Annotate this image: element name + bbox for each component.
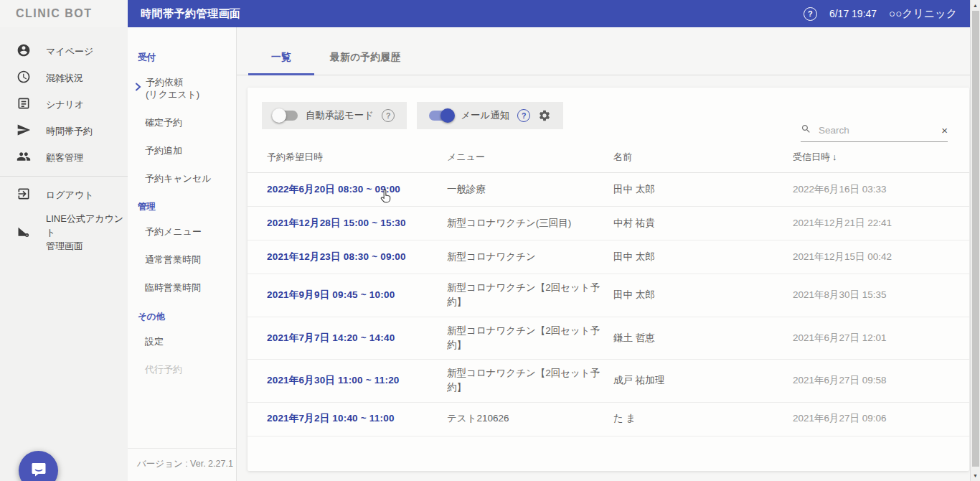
sidebar-item-timeslot-reservation[interactable]: 時間帯予約: [0, 118, 128, 144]
sub-item-cancel-reservation[interactable]: 予約キャンセル: [128, 165, 236, 193]
mail-notify-help-icon[interactable]: ?: [517, 109, 530, 122]
cell-received-datetime: 2022年6月16日 03:33: [793, 176, 962, 203]
chevron-right-icon: [135, 83, 141, 101]
sidebar-item-label: 時間帯予約: [46, 125, 93, 138]
table-row[interactable]: 2021年9月9日 09:45 ~ 10:00 新型コロナワクチン【2回セット予…: [248, 274, 969, 317]
line-manager-icon: [17, 225, 31, 241]
table-row[interactable]: 2021年12月23日 08:30 ~ 09:00 新型コロナワクチン 田中 太…: [248, 240, 969, 274]
sidebar-item-label: ログアウト: [46, 189, 94, 202]
sidebar-item-customers[interactable]: 顧客管理: [0, 144, 128, 171]
sidebar-item-label: 混雑状況: [46, 72, 83, 85]
sub-item-temporary-hours[interactable]: 臨時営業時間: [128, 274, 236, 302]
chat-widget-button[interactable]: [19, 451, 58, 481]
search-icon: [801, 123, 811, 137]
help-icon[interactable]: ?: [804, 7, 817, 21]
cell-name: 田中 太郎: [613, 281, 793, 309]
cell-received-datetime: 2021年6月27日 09:06: [793, 405, 962, 432]
sub-item-add-reservation[interactable]: 予約追加: [128, 137, 236, 165]
mail-notify-toggle[interactable]: [429, 111, 453, 121]
scroll-down-arrow-icon[interactable]: ▼: [971, 473, 980, 478]
mail-notify-chip: メール通知 ?: [417, 102, 563, 129]
cell-received-datetime: 2021年12月21日 22:41: [793, 210, 962, 237]
table-header: 予約希望日時 メニュー 名前 受信日時↓: [248, 142, 969, 173]
auto-approve-help-icon[interactable]: ?: [382, 109, 395, 122]
clinic-name[interactable]: ○○クリニック: [889, 7, 957, 21]
search-box: ×: [801, 123, 948, 142]
cell-reservation-datetime: 2021年6月30日 11:00 ~ 11:20: [267, 367, 447, 394]
sidebar-item-congestion[interactable]: 混雑状況: [0, 65, 128, 91]
scrollbar-thumb[interactable]: [972, 11, 979, 467]
table-row[interactable]: 2021年12月28日 15:00 ~ 15:30 新型コロナワクチン(三回目)…: [248, 207, 969, 240]
cell-menu: 一般診療: [447, 176, 613, 203]
app-logo: CLINIC BOT: [16, 7, 93, 20]
sidebar-item-scenario[interactable]: シナリオ: [0, 91, 128, 118]
sub-item-normal-hours[interactable]: 通常営業時間: [128, 246, 236, 274]
topbar-right: ? 6/17 19:47 ○○クリニック: [804, 7, 961, 21]
cell-name: 成戸 祐加理: [613, 367, 793, 394]
column-header-name[interactable]: 名前: [613, 151, 793, 164]
sidebar-item-label: LINE公式アカウント 管理画面: [46, 213, 128, 253]
column-header-datetime[interactable]: 予約希望日時: [267, 151, 447, 164]
auto-approve-chip: 自動承認モード ?: [262, 102, 407, 129]
cell-menu: テスト210626: [447, 405, 613, 432]
sidebar-item-label: 顧客管理: [46, 151, 83, 164]
table-row[interactable]: 2021年7月2日 10:40 ~ 11:00 テスト210626 た ま 20…: [248, 403, 969, 436]
cell-menu: 新型コロナワクチン(三回目): [447, 210, 613, 237]
search-clear-icon[interactable]: ×: [941, 125, 948, 136]
sidebar-item-label: マイページ: [46, 45, 93, 58]
auto-approve-toggle[interactable]: [274, 111, 298, 121]
cell-reservation-datetime: 2022年6月20日 08:30 ~ 09:00: [267, 176, 447, 203]
sidebar-item-label: シナリオ: [46, 98, 84, 111]
send-icon: [17, 123, 31, 139]
page-title: 時間帯予約管理画面: [141, 7, 241, 21]
cell-reservation-datetime: 2021年12月28日 15:00 ~ 15:30: [267, 210, 447, 237]
sidebar-item-line-manager[interactable]: LINE公式アカウント 管理画面: [0, 208, 128, 258]
tab-latest-history[interactable]: 最新の予約履歴: [314, 51, 416, 75]
chat-bubble-icon: [29, 459, 49, 481]
title-bar: 時間帯予約管理画面 ? 6/17 19:47 ○○クリニック: [128, 0, 970, 27]
mail-notify-label: メール通知: [461, 109, 509, 122]
scenario-icon: [17, 96, 31, 113]
sidebar-item-mypage[interactable]: マイページ: [0, 38, 128, 65]
clinic-bot-app: CLINIC BOT 時間帯予約管理画面 ? 6/17 19:47 ○○クリニッ…: [0, 0, 980, 481]
account-circle-icon: [17, 43, 31, 60]
top-bar: CLINIC BOT 時間帯予約管理画面 ? 6/17 19:47 ○○クリニッ…: [0, 0, 970, 27]
logo-box: CLINIC BOT: [0, 0, 128, 27]
column-header-received[interactable]: 受信日時↓: [793, 151, 962, 164]
cell-menu: 新型コロナワクチン【2回セット予約】: [447, 360, 613, 402]
sub-item-confirmed-reservations[interactable]: 確定予約: [128, 109, 236, 137]
sub-item-reservation-request[interactable]: 予約依頼 (リクエスト): [128, 69, 236, 109]
cell-name: 鎌土 哲恵: [613, 324, 793, 352]
reservation-panel: 自動承認モード ? メール通知 ? ×: [248, 88, 969, 471]
scroll-up-arrow-icon[interactable]: ▲: [971, 3, 980, 8]
cell-name: 田中 太郎: [613, 243, 793, 271]
vertical-scrollbar[interactable]: ▲ ▼: [970, 0, 980, 481]
table-row[interactable]: 2022年6月20日 08:30 ~ 09:00 一般診療 田中 太郎 2022…: [248, 173, 969, 207]
cell-menu: 新型コロナワクチン: [447, 243, 613, 271]
sub-item-settings[interactable]: 設定: [128, 328, 236, 356]
people-icon: [17, 149, 31, 166]
main-sidebar: マイページ 混雑状況 シナリオ 時間帯予約 顧客管理: [0, 27, 128, 481]
mail-settings-gear-icon[interactable]: [538, 109, 551, 122]
sub-section-management: 管理: [128, 192, 236, 218]
cell-received-datetime: 2021年12月15日 00:42: [793, 243, 962, 271]
cell-received-datetime: 2021年8月30日 15:35: [793, 281, 962, 309]
auto-approve-label: 自動承認モード: [306, 109, 374, 122]
sub-section-other: その他: [128, 302, 236, 328]
table-row[interactable]: 2021年7月7日 14:20 ~ 14:40 新型コロナワクチン【2回セット予…: [248, 317, 969, 360]
column-header-menu[interactable]: メニュー: [447, 151, 613, 164]
search-input[interactable]: [817, 124, 936, 136]
cell-name: た ま: [613, 405, 793, 432]
sub-sidebar: 受付 予約依頼 (リクエスト) 確定予約 予約追加 予約キャンセル 管理 予約メ…: [128, 27, 237, 481]
cell-reservation-datetime: 2021年7月2日 10:40 ~ 11:00: [267, 405, 447, 432]
tab-list[interactable]: 一覧: [248, 51, 314, 75]
sub-item-label: 予約依頼 (リクエスト): [146, 77, 199, 101]
current-datetime: 6/17 19:47: [829, 8, 877, 19]
table-row[interactable]: 2021年6月30日 11:00 ~ 11:20 新型コロナワクチン【2回セット…: [248, 360, 969, 403]
sidebar-item-logout[interactable]: ログアウト: [0, 182, 128, 208]
sub-item-reservation-menu[interactable]: 予約メニュー: [128, 218, 236, 246]
sort-desc-icon[interactable]: ↓: [832, 151, 837, 162]
cell-menu: 新型コロナワクチン【2回セット予約】: [447, 274, 613, 317]
main-content: 一覧 最新の予約履歴 自動承認モード ? メール通知 ?: [237, 27, 970, 481]
cell-menu: 新型コロナワクチン【2回セット予約】: [447, 317, 613, 360]
